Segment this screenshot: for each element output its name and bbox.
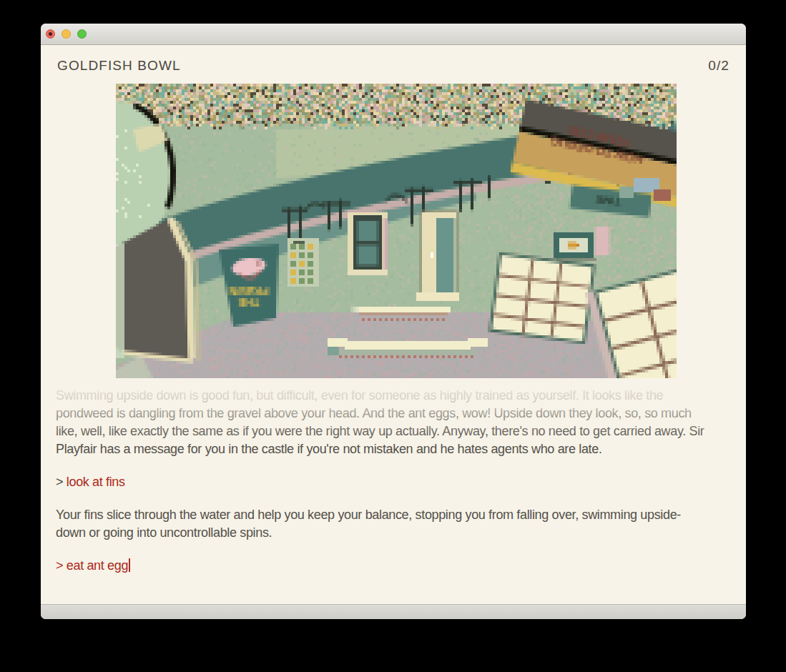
zoom-button[interactable] <box>77 29 87 39</box>
transcript: Swimming upside down is good fun, but di… <box>56 387 737 590</box>
text-line: Playfair has a message for you in the ca… <box>56 440 737 458</box>
minimize-button[interactable] <box>62 29 71 39</box>
close-button[interactable] <box>46 29 55 39</box>
story-paragraph: Swimming upside down is good fun, but di… <box>56 387 737 458</box>
score-counter: 0/2 <box>708 58 729 74</box>
prompt-symbol: > <box>56 475 63 489</box>
scene-illustration <box>116 84 677 378</box>
text-line: Your fins slice through the water and he… <box>56 506 737 524</box>
text-line: like, well, like exactly the same as if … <box>56 423 737 440</box>
text-line: down or going into uncontrollable spins. <box>56 524 737 542</box>
window-footer-bar <box>41 604 746 619</box>
desktop: { "window": { "title": "GOLDFISH BOWL", … <box>0 0 786 672</box>
page-title: GOLDFISH BOWL <box>57 58 181 74</box>
close-icon <box>49 32 52 36</box>
paragraph-lines: Your fins slice through the water and he… <box>56 506 737 542</box>
text-line: Swimming upside down is good fun, but di… <box>56 387 737 405</box>
game-header: GOLDFISH BOWL 0/2 <box>57 58 729 74</box>
story-paragraph: Your fins slice through the water and he… <box>56 506 737 542</box>
command-input-line[interactable]: > eat ant egg <box>56 557 737 575</box>
traffic-lights <box>46 29 87 39</box>
game-window: GOLDFISH BOWL 0/2 Swimming upside down i… <box>41 24 746 619</box>
title-bar[interactable] <box>41 24 746 45</box>
command-text: look at fins <box>67 475 125 489</box>
prompt-symbol: > <box>56 558 63 573</box>
text-line: pondweed is dangling from the gravel abo… <box>56 405 737 423</box>
game-content: GOLDFISH BOWL 0/2 Swimming upside down i… <box>41 46 746 604</box>
command-history-line: > look at fins <box>56 473 737 491</box>
text-cursor <box>129 558 130 572</box>
paragraph-lines: Swimming upside down is good fun, but di… <box>56 387 737 458</box>
command-input-text[interactable]: eat ant egg <box>67 558 128 573</box>
